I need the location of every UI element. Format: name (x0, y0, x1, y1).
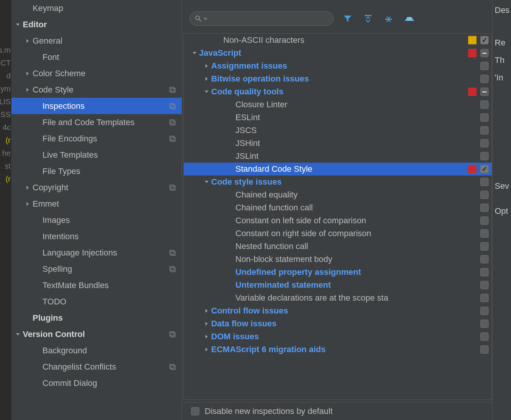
sidebar-item[interactable]: Copyright (11, 179, 182, 196)
inspection-row[interactable]: Closure Linter (184, 98, 492, 111)
sidebar-item-label: Language Injections (42, 248, 168, 258)
sidebar-item[interactable]: Images (11, 212, 182, 228)
inspection-row[interactable]: Control flow issues (184, 304, 492, 317)
right-text-1: Re (495, 38, 509, 48)
filter-icon[interactable] (341, 12, 354, 25)
inspection-checkbox[interactable] (480, 294, 489, 302)
inspection-label: JSCS (235, 125, 477, 135)
sidebar-item[interactable]: Plugins (11, 310, 182, 326)
inspection-row[interactable]: Unterminated statement (184, 279, 492, 291)
sidebar-item[interactable]: TODO (11, 293, 182, 310)
sidebar-item[interactable]: TextMate Bundles (11, 277, 182, 293)
sidebar-item[interactable]: Color Scheme (11, 65, 182, 81)
sidebar-item[interactable]: Changelist Conflicts (11, 359, 182, 375)
inspection-checkbox[interactable] (480, 75, 489, 83)
search-input[interactable] (210, 14, 328, 23)
inspection-checkbox[interactable] (480, 191, 489, 199)
expand-all-icon[interactable] (362, 12, 375, 25)
inspection-row[interactable]: Constant on right side of comparison (184, 227, 492, 240)
inspection-checkbox[interactable] (480, 268, 489, 276)
sidebar-item[interactable]: Spelling (11, 261, 182, 277)
inspection-row[interactable]: Code style issues (184, 176, 492, 188)
sidebar-item[interactable]: Language Injections (11, 244, 182, 261)
sidebar-item[interactable]: File Types (11, 163, 182, 179)
sidebar-item[interactable]: Font (11, 49, 182, 65)
sidebar-item[interactable]: Code Style (11, 81, 182, 98)
inspection-row[interactable]: Chained equality (184, 188, 492, 201)
inspection-row[interactable]: JavaScript (184, 47, 492, 60)
inspection-checkbox[interactable] (480, 139, 489, 147)
inspection-checkbox[interactable] (480, 332, 489, 341)
sidebar-item-label: Spelling (42, 264, 168, 274)
inspection-checkbox[interactable] (480, 100, 489, 109)
sidebar-item[interactable]: File Encodings (11, 130, 182, 147)
inspection-checkbox[interactable] (480, 36, 489, 44)
sidebar-item[interactable]: Commit Dialog (11, 375, 182, 391)
sidebar-item-label: File Encodings (42, 134, 168, 144)
expand-arrow-icon (202, 347, 211, 352)
sidebar-item[interactable]: Emmet (11, 196, 182, 212)
search-field[interactable] (190, 11, 334, 26)
collapse-all-icon[interactable] (382, 12, 395, 25)
inspection-row[interactable]: Chained function call (184, 201, 492, 214)
inspection-row[interactable]: Data flow issues (184, 317, 492, 330)
inspection-row[interactable]: Constant on left side of comparison (184, 214, 492, 227)
scheme-icon (168, 134, 177, 143)
inspection-checkbox[interactable] (480, 126, 489, 135)
inspection-row[interactable]: JSHint (184, 137, 492, 150)
inspection-row[interactable]: Bitwise operation issues (184, 72, 492, 85)
svg-rect-9 (171, 186, 175, 190)
inspection-checkbox[interactable] (480, 88, 489, 96)
inspection-row[interactable]: ECMAScript 6 migration aids (184, 343, 492, 356)
inspection-row[interactable]: Standard Code Style (184, 163, 492, 176)
svg-rect-12 (170, 266, 174, 271)
sidebar-item[interactable]: Editor (11, 16, 182, 33)
inspection-checkbox[interactable] (480, 178, 489, 186)
svg-rect-3 (171, 105, 175, 109)
sidebar-item[interactable]: Background (11, 342, 182, 359)
inspection-row[interactable]: JSCS (184, 124, 492, 137)
inspection-checkbox[interactable] (480, 345, 489, 354)
inspection-checkbox[interactable] (480, 152, 489, 160)
sidebar-item[interactable]: Keymap (11, 0, 182, 16)
sidebar-item[interactable]: General (11, 33, 182, 49)
gutter-line: ym (0, 82, 11, 95)
inspection-checkbox[interactable] (480, 165, 489, 173)
inspection-checkbox[interactable] (480, 229, 489, 238)
svg-line-19 (199, 19, 201, 21)
inspection-checkbox[interactable] (480, 216, 489, 225)
inspection-row[interactable]: Non-ASCII characters (184, 34, 492, 47)
inspection-checkbox[interactable] (480, 255, 489, 263)
sidebar-item[interactable]: Version Control (11, 326, 182, 342)
inspection-checkbox[interactable] (480, 62, 489, 70)
inspection-checkbox[interactable] (480, 281, 489, 289)
inspection-row[interactable]: JSLint (184, 150, 492, 163)
sidebar-item[interactable]: Inspections (11, 98, 182, 114)
inspection-row[interactable]: Nested function call (184, 240, 492, 253)
inspection-label: Undefined property assignment (235, 267, 477, 277)
svg-rect-8 (170, 185, 174, 189)
inspection-checkbox[interactable] (480, 113, 489, 122)
inspection-checkbox[interactable] (480, 242, 489, 251)
gutter-line: d (0, 69, 11, 82)
sidebar-item[interactable]: File and Code Templates (11, 114, 182, 130)
sidebar-item[interactable]: Intentions (11, 228, 182, 244)
severity-heading: Sev (495, 181, 509, 191)
reset-icon[interactable] (403, 12, 415, 25)
inspection-row[interactable]: Code quality tools (184, 85, 492, 98)
inspection-checkbox[interactable] (480, 49, 489, 57)
inspection-checkbox[interactable] (480, 307, 489, 315)
inspection-row[interactable]: Non-block statement body (184, 253, 492, 266)
inspection-checkbox[interactable] (480, 204, 489, 212)
inspection-row[interactable]: ESLint (184, 111, 492, 124)
inspection-label: JavaScript (199, 48, 465, 58)
sidebar-item-label: Commit Dialog (42, 378, 177, 388)
inspection-row[interactable]: Assignment issues (184, 60, 492, 72)
sidebar-item[interactable]: Live Templates (11, 147, 182, 163)
inspection-row[interactable]: DOM issues (184, 330, 492, 343)
inspection-label: ESLint (235, 113, 477, 122)
inspection-checkbox[interactable] (480, 320, 489, 328)
disable-new-checkbox[interactable] (191, 407, 199, 415)
inspection-row[interactable]: Variable declarations are at the scope s… (184, 291, 492, 304)
inspection-row[interactable]: Undefined property assignment (184, 266, 492, 279)
